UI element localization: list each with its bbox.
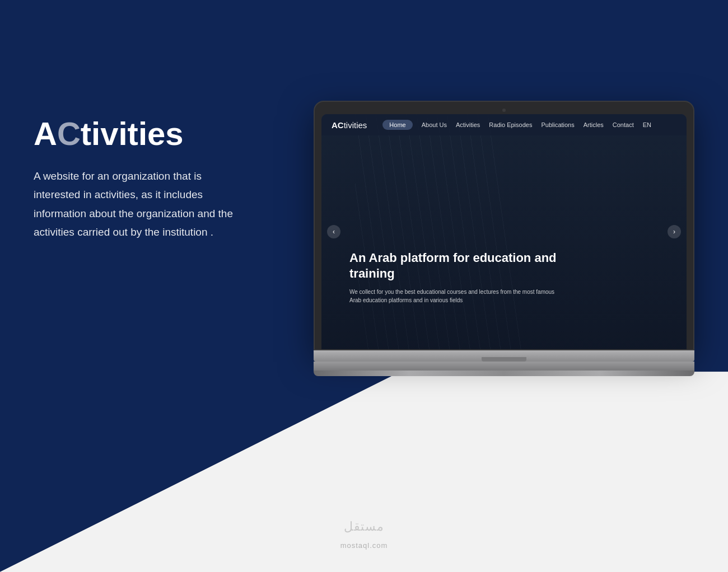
nav-contact-link[interactable]: Contact (613, 121, 634, 128)
mostaql-arabic-logo: مستقل (330, 514, 398, 536)
footer-brand-arabic: مستقل (330, 514, 398, 540)
laptop-foot (314, 371, 694, 376)
laptop-stand (314, 362, 694, 371)
hero-content: An Arab platform for education and train… (349, 250, 562, 304)
nav-radio-link[interactable]: Radio Episodes (489, 121, 532, 128)
brand-logo-large: ACtivities (34, 118, 258, 150)
website-preview: ACtivities Home About Us Activities Radi… (321, 114, 687, 349)
nav-about-link[interactable]: About Us (422, 121, 447, 128)
nav-activities-link[interactable]: Activities (456, 121, 480, 128)
nav-logo-rest: tivities (344, 120, 367, 130)
hero-subtitle: We collect for you the best educational … (349, 288, 562, 304)
logo-rest: tivities (81, 115, 184, 152)
slider-left-arrow[interactable]: ‹ (327, 225, 340, 238)
svg-text:مستقل: مستقل (344, 519, 384, 533)
laptop-mockup: ACtivities Home About Us Activities Radi… (314, 101, 694, 376)
nav-articles-link[interactable]: Articles (584, 121, 604, 128)
hero-title: An Arab platform for education and train… (349, 250, 562, 282)
website-navbar: ACtivities Home About Us Activities Radi… (321, 114, 687, 135)
logo-ac-letters: AC (34, 115, 81, 152)
footer-url: mostaql.com (330, 541, 398, 550)
laptop-base (314, 350, 694, 362)
laptop-camera (502, 109, 506, 112)
nav-logo: ACtivities (332, 120, 367, 130)
brand-description: A website for an organization that is in… (34, 167, 246, 241)
nav-home-button[interactable]: Home (382, 120, 412, 130)
left-section: ACtivities A website for an organization… (34, 118, 258, 241)
slider-right-arrow[interactable]: › (668, 225, 681, 238)
footer-section: مستقل mostaql.com (330, 514, 398, 550)
laptop-outer-frame: ACtivities Home About Us Activities Radi… (314, 101, 694, 350)
nav-logo-ac: AC (332, 120, 344, 130)
laptop-screen-bezel: ACtivities Home About Us Activities Radi… (321, 114, 687, 349)
hero-overlay (321, 114, 687, 349)
nav-publications-link[interactable]: Publications (541, 121, 574, 128)
nav-language-link[interactable]: EN (643, 121, 651, 128)
